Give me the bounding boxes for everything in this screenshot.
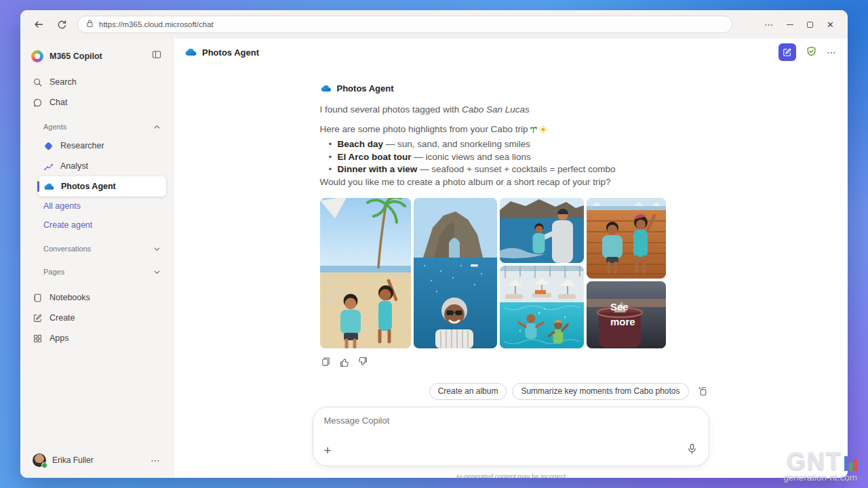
user-more-icon[interactable]: ⋯ — [151, 455, 161, 466]
sidebar-item-label: Analyst — [60, 161, 88, 171]
add-attachment-button[interactable]: + — [324, 444, 332, 457]
url-text: https://m365.cloud.microsoft/chat — [99, 20, 214, 28]
ai-disclaimer: AI-generated content may be incorrect — [313, 472, 709, 479]
found-prefix: I found several photos tagged with — [320, 104, 462, 115]
list-item: El Arco boat tour — iconic views and sea… — [338, 151, 709, 164]
photo-grid: See more — [313, 198, 709, 348]
see-more-text: See more — [610, 300, 642, 329]
main-content: Photos Agent ⋯ — [174, 39, 848, 478]
list-item: Dinner with a view — seafood + sunset + … — [338, 163, 709, 176]
notebook-icon — [33, 293, 43, 303]
conversation-header: Photos Agent ⋯ — [174, 39, 848, 66]
message-paragraph-found: I found several photos tagged with Cabo … — [313, 104, 709, 116]
maximize-icon[interactable] — [807, 22, 813, 28]
new-chat-button[interactable] — [778, 43, 796, 61]
chevron-down-icon — [153, 268, 161, 276]
deck-kids-photo[interactable] — [587, 198, 666, 279]
sidebar-item-label: Search — [50, 77, 77, 87]
sidebar-item-researcher[interactable]: Researcher — [38, 136, 166, 156]
sidebar-item-create[interactable]: Create — [27, 308, 166, 328]
search-icon — [33, 77, 43, 87]
create-agent-link[interactable]: Create agent — [27, 216, 166, 235]
photo-tag: Cabo San Lucas — [462, 104, 530, 115]
chat-area[interactable]: Photos Agent I found several photos tagg… — [174, 66, 848, 478]
sidebar-item-label: Chat — [50, 98, 67, 107]
back-button[interactable] — [31, 17, 46, 32]
chip-label: Summarize key moments from Cabo photos — [521, 386, 679, 396]
sidebar-item-label: Photos Agent — [61, 182, 116, 191]
refresh-button[interactable] — [54, 17, 69, 32]
boat-tour-photo[interactable] — [500, 198, 584, 263]
chip-create-album[interactable]: Create an album — [429, 383, 507, 400]
browser-menu-icon[interactable]: ⋯ — [764, 20, 773, 29]
chevron-up-icon — [153, 123, 161, 131]
section-conversations[interactable]: Conversations — [27, 240, 166, 258]
sidebar-item-label: Notebooks — [50, 293, 90, 302]
section-agents[interactable]: Agents — [27, 118, 166, 136]
desktop-background: https://m365.cloud.microsoft/chat ⋯ ✕ M3… — [0, 0, 868, 488]
compose-icon — [783, 47, 792, 57]
beach-kids-photo[interactable] — [320, 198, 411, 348]
sidebar-item-label: Apps — [50, 333, 69, 343]
cloud-icon — [320, 85, 332, 92]
message-sender: Photos Agent — [313, 83, 709, 94]
user-name: Erika Fuller — [52, 455, 94, 465]
collapse-panel-icon[interactable] — [151, 49, 162, 62]
sidebar-item-apps[interactable]: Apps — [27, 328, 166, 348]
message-sender-name: Photos Agent — [337, 83, 394, 94]
user-account[interactable]: Erika Fuller ⋯ — [27, 449, 166, 471]
copy-button[interactable] — [320, 356, 332, 368]
palm-tree-emoji-icon — [529, 125, 538, 137]
bullet-bold: Dinner with a view — [338, 164, 418, 174]
view-prompts-icon[interactable] — [694, 384, 709, 399]
resort-pool-photo[interactable] — [500, 266, 584, 348]
sidebar: M365 Copilot Search Chat Agents — [20, 39, 174, 478]
lock-icon — [86, 18, 94, 30]
sidebar-item-chat[interactable]: Chat — [27, 92, 166, 113]
bullet-rest: — seafood + sunset + cocktails = perfect… — [417, 164, 615, 174]
researcher-agent-icon — [43, 141, 54, 151]
el-arco-selfie-photo[interactable] — [414, 198, 497, 348]
highlights-text: Here are some photo highlights from your… — [320, 124, 528, 134]
sidebar-header: M365 Copilot — [27, 45, 166, 72]
suggestion-chips: Create an album Summarize key moments fr… — [313, 383, 709, 400]
privacy-shield-icon[interactable] — [806, 45, 817, 60]
section-pages[interactable]: Pages — [27, 263, 166, 281]
all-agents-link[interactable]: All agents — [27, 197, 166, 216]
avatar — [33, 453, 46, 467]
section-label: Conversations — [43, 245, 91, 253]
see-more-card[interactable]: See more — [587, 281, 666, 348]
cloud-icon — [184, 48, 197, 56]
highlights-list: Beach day — sun, sand, and snorkeling sm… — [313, 138, 709, 176]
sidebar-item-notebooks[interactable]: Notebooks — [27, 287, 166, 308]
sidebar-item-analyst[interactable]: Analyst — [38, 156, 166, 176]
microphone-button[interactable] — [686, 443, 698, 458]
link-label: All agents — [43, 201, 81, 211]
thumbs-down-button[interactable] — [357, 356, 369, 368]
message-composer[interactable]: + — [313, 407, 709, 466]
close-icon[interactable]: ✕ — [827, 20, 834, 29]
sidebar-item-photos-agent[interactable]: Photos Agent — [38, 176, 166, 197]
sidebar-item-label: Create — [50, 313, 75, 323]
bullet-rest: — iconic views and sea lions — [412, 152, 531, 162]
minimize-icon[interactable] — [787, 24, 793, 25]
sidebar-item-search[interactable]: Search — [27, 72, 166, 92]
chip-summarize-moments[interactable]: Summarize key moments from Cabo photos — [512, 383, 688, 400]
sun-emoji-icon — [539, 125, 547, 137]
address-bar[interactable]: https://m365.cloud.microsoft/chat — [77, 16, 732, 33]
message-paragraph-question: Would you like me to create a photo albu… — [313, 176, 709, 188]
thumbs-up-button[interactable] — [338, 356, 351, 368]
chevron-down-icon — [153, 245, 161, 253]
bullet-rest: — sun, sand, and snorkeling smiles — [383, 139, 530, 149]
message-input[interactable] — [324, 415, 698, 426]
window-controls: ⋯ ✕ — [764, 20, 837, 29]
see-more-overlay: See more — [587, 281, 666, 348]
link-label: Create agent — [43, 220, 92, 230]
analyst-agent-icon — [43, 161, 54, 171]
message-paragraph-highlights: Here are some photo highlights from your… — [313, 123, 709, 137]
app-title: M365 Copilot — [50, 52, 102, 61]
chat-icon — [33, 98, 43, 108]
header-more-icon[interactable]: ⋯ — [827, 47, 837, 58]
copilot-logo-icon — [31, 50, 43, 62]
list-item: Beach day — sun, sand, and snorkeling sm… — [338, 138, 709, 151]
